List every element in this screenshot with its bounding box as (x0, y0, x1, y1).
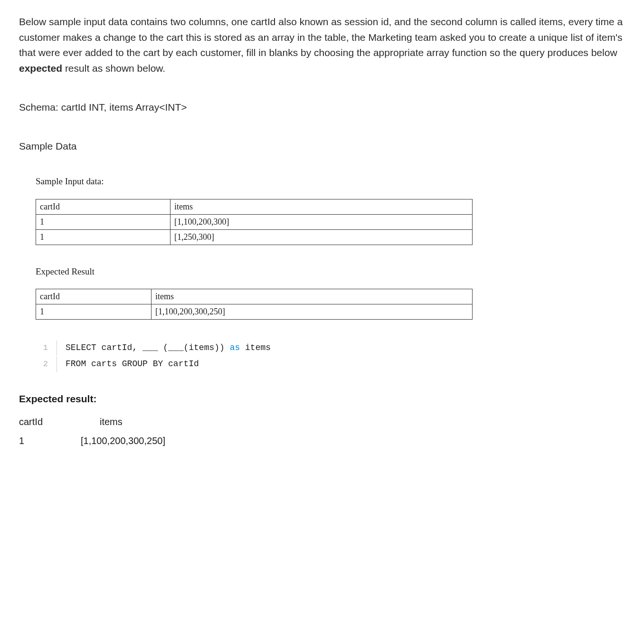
intro-after: result as shown below. (62, 63, 165, 74)
table-header-items: items (152, 289, 473, 304)
sql-code-block: 1 SELECT cartId, ___ (___(items)) as ite… (43, 340, 625, 372)
table-row: cartId items (36, 199, 473, 214)
code-text: FROM carts GROUP BY cartId (66, 356, 199, 372)
result-cell-items: [1,100,200,300,250] (81, 434, 165, 448)
code-keyword-as: as (230, 343, 240, 352)
code-fragment: items (240, 343, 271, 352)
code-fragment: SELECT cartId, ___ (___(items)) (66, 343, 230, 352)
table-header-cartid: cartId (36, 199, 170, 214)
table-cell: 1 (36, 229, 170, 245)
sample-input-label: Sample Input data: (36, 175, 625, 189)
expected-result-label: Expected Result (36, 265, 625, 279)
code-text: SELECT cartId, ___ (___(items)) as items (66, 340, 271, 356)
intro-before: Below sample input data contains two col… (19, 16, 623, 58)
question-intro: Below sample input data contains two col… (19, 14, 625, 76)
sample-input-block: Sample Input data: cartId items 1 [1,100… (36, 175, 625, 320)
table-row: 1 [1,250,300] (36, 229, 473, 245)
sample-data-heading: Sample Data (19, 139, 625, 154)
sample-input-table: cartId items 1 [1,100,200,300] 1 [1,250,… (36, 199, 473, 245)
intro-bold: expected (19, 63, 62, 74)
table-cell: 1 (36, 214, 170, 229)
table-cell: 1 (36, 304, 152, 320)
schema-text: Schema: cartId INT, items Array<INT> (19, 100, 625, 115)
table-cell: [1,100,200,300,250] (152, 304, 473, 320)
result-header-cartid: cartId (19, 415, 100, 429)
expected-result-table: cartId items 1 [1,100,200,300,250] (36, 289, 473, 320)
table-cell: [1,100,200,300] (170, 214, 473, 229)
code-line-2: 2 FROM carts GROUP BY cartId (43, 356, 625, 372)
table-row: cartId items (36, 289, 473, 304)
table-row: 1 [1,100,200,300] (36, 214, 473, 229)
result-data-row: 1 [1,100,200,300,250] (19, 434, 625, 448)
code-line-1: 1 SELECT cartId, ___ (___(items)) as ite… (43, 340, 625, 356)
table-cell: [1,250,300] (170, 229, 473, 245)
bottom-expected-heading: Expected result: (19, 391, 625, 407)
result-header-items: items (100, 415, 123, 429)
table-header-cartid: cartId (36, 289, 152, 304)
line-number: 1 (43, 341, 57, 356)
result-header-row: cartId items (19, 415, 625, 429)
table-row: 1 [1,100,200,300,250] (36, 304, 473, 320)
table-header-items: items (170, 199, 473, 214)
result-cell-cartid: 1 (19, 434, 81, 448)
line-number: 2 (43, 357, 57, 372)
